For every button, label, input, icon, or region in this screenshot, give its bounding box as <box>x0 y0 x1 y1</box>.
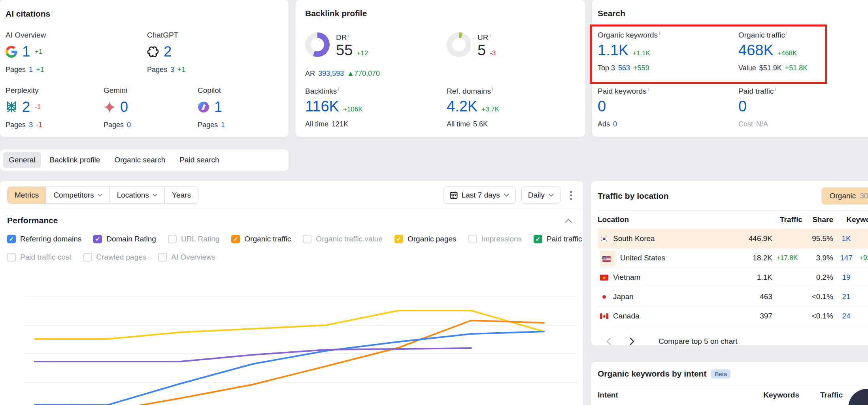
organic-keywords-value[interactable]: 1.1K <box>598 43 628 58</box>
metric-checkbox-paid-traffic-cost[interactable]: Paid traffic cost <box>7 253 72 262</box>
column-header-location[interactable]: Location <box>598 211 728 229</box>
ai-citation-value-row: 0 <box>104 99 131 115</box>
sub-value: Ads <box>598 120 610 128</box>
chevron-down-icon <box>98 194 102 197</box>
date-range-button[interactable]: Last 7 days <box>443 186 516 204</box>
location-row[interactable]: South Korea446.9K95.5%1K <box>598 229 868 249</box>
citation-count[interactable]: 2 <box>22 99 30 115</box>
tab-general[interactable]: General <box>3 152 41 168</box>
ai-citation-value-row: 1+1 <box>6 43 46 60</box>
keywords-link[interactable]: 19 <box>833 268 859 287</box>
sub-value[interactable]: 3 <box>29 121 33 129</box>
metric-checkbox-impressions[interactable]: Impressions <box>468 235 522 243</box>
traffic-delta <box>772 307 802 326</box>
info-icon: i <box>489 32 491 38</box>
ur-delta: -3 <box>490 49 496 57</box>
ref-domains-value[interactable]: 4.2K <box>447 99 477 115</box>
column-header-keywords[interactable]: Keywords <box>833 211 868 229</box>
metric-checkbox-url-rating[interactable]: URL Rating <box>168 235 220 243</box>
segment-metrics[interactable]: Metrics <box>8 187 46 203</box>
location-row[interactable]: Vietnam1.1K0.2%19 <box>598 268 868 287</box>
tab-backlink-profile[interactable]: Backlink profile <box>44 152 106 168</box>
location-cell: United States <box>598 249 728 267</box>
citation-count[interactable]: 2 <box>164 43 172 60</box>
traffic-delta <box>772 229 802 249</box>
keywords-link[interactable]: 147 <box>833 249 859 268</box>
pages-row: Pages3+1 <box>147 66 186 74</box>
backlinks-value[interactable]: 116K <box>305 99 339 115</box>
ar-delta: ▲770,070 <box>347 70 380 78</box>
citation-count[interactable]: 1 <box>22 43 30 60</box>
granularity-button[interactable]: Daily <box>521 186 560 204</box>
segment-years[interactable]: Years <box>164 187 198 203</box>
metric-checkbox-domain-rating[interactable]: ✓Domain Rating <box>93 235 156 243</box>
organic-traffic-sub-row: Value$51.9K+51.8K <box>738 64 808 72</box>
metric-checkbox-ai-overviews[interactable]: AI Overviews <box>158 253 215 262</box>
location-cell: South Korea <box>598 229 728 248</box>
location-row[interactable]: Japan463<0.1%21 <box>598 287 868 307</box>
more-options-kebab-icon[interactable] <box>566 188 576 202</box>
metric-checkbox-organic-pages[interactable]: ✓Organic pages <box>394 235 457 243</box>
citation-count[interactable]: 1 <box>214 99 222 115</box>
ca-flag-icon <box>600 313 608 319</box>
column-header-share[interactable]: Share <box>802 211 833 229</box>
paid-traffic-value[interactable]: 0 <box>738 99 747 115</box>
sub-value: +1 <box>36 66 44 74</box>
dr-label: DRi <box>336 32 368 42</box>
sub-value[interactable]: 563 <box>618 64 630 72</box>
next-page-chevron-icon[interactable] <box>625 335 639 348</box>
ai-citation-card: AI Overview1+1Pages1+1 <box>6 31 46 74</box>
tab-organic-search[interactable]: Organic search <box>109 152 171 168</box>
keywords-link[interactable]: 24 <box>833 307 859 326</box>
ai-citation-card: Copilot1Pages1 <box>198 86 225 129</box>
segment-locations[interactable]: Locations <box>109 187 164 203</box>
paid-keywords-value[interactable]: 0 <box>598 99 606 115</box>
sub-value[interactable]: 3 <box>170 66 174 74</box>
intent-column-header-intent[interactable]: Intent <box>598 391 748 399</box>
ref-domains-delta: +3.7K <box>481 105 499 113</box>
paid-traffic-block: Paid traffici0CostN/A <box>738 86 776 128</box>
toggle-organic[interactable]: Organic30 <box>822 188 868 204</box>
compare-top5-link[interactable]: Compare top 5 on chart <box>659 337 738 346</box>
metric-checkbox-paid-traffic[interactable]: ✓Paid traffic <box>534 235 582 243</box>
traffic-value: 446.9K <box>728 229 772 249</box>
keywords-by-intent-title: Organic keywords by intent <box>598 369 706 379</box>
metric-checkbox-crawled-pages[interactable]: Crawled pages <box>83 253 147 262</box>
segment-competitors[interactable]: Competitors <box>46 187 109 203</box>
tab-paid-search[interactable]: Paid search <box>174 152 225 168</box>
location-row[interactable]: United States18.2K+17.8K3.9%147+92 <box>598 249 868 268</box>
location-row[interactable]: Canada397<0.1%24 <box>598 307 868 326</box>
sub-value[interactable]: 0 <box>127 121 131 129</box>
intent-column-header-traffic[interactable]: Traffic <box>799 391 843 399</box>
column-header-traffic[interactable]: Traffic <box>728 211 802 229</box>
dr-value: 55 <box>336 42 353 59</box>
keywords-link[interactable]: 21 <box>833 287 859 307</box>
sub-value: $51.9K <box>759 64 782 72</box>
metric-checkbox-referring-domains[interactable]: ✓Referring domains <box>7 235 81 243</box>
share-value: 0.2% <box>802 268 833 287</box>
ai-source-label: AI Overview <box>6 31 46 40</box>
ai-citation-card: Perplexity2-1Pages3-1 <box>6 86 42 129</box>
organic-keywords-delta: +1.1K <box>632 49 650 57</box>
share-value: <0.1% <box>802 287 833 307</box>
intent-column-header-keywords[interactable]: Keywords <box>748 391 799 399</box>
segment-label: Metrics <box>15 191 39 200</box>
prev-page-chevron-icon[interactable] <box>602 335 615 348</box>
metric-checkbox-organic-traffic-value[interactable]: Organic traffic value <box>303 235 383 243</box>
pages-row: Pages1 <box>198 121 225 129</box>
sub-value[interactable]: 1 <box>29 66 33 74</box>
sub-value[interactable]: 1 <box>221 121 225 129</box>
metric-checkbox-organic-traffic[interactable]: ✓Organic traffic <box>231 235 291 243</box>
backlinks-value-row: 116K+106K <box>305 99 363 115</box>
organic-traffic-value[interactable]: 468K <box>738 43 774 58</box>
keywords-link[interactable]: 1K <box>833 229 859 249</box>
collapse-chevron-up-icon[interactable] <box>561 217 576 224</box>
sub-value: Pages <box>6 66 26 74</box>
ai-source-label: Gemini <box>104 86 131 95</box>
pages-row: Pages1+1 <box>6 66 46 74</box>
performance-panel: MetricsCompetitorsLocationsYears Last 7 … <box>0 181 583 405</box>
citation-count[interactable]: 0 <box>120 99 128 115</box>
ar-value[interactable]: 393,593 <box>318 70 344 78</box>
sub-value[interactable]: 0 <box>613 120 617 128</box>
sub-value: 5.6K <box>473 120 488 128</box>
